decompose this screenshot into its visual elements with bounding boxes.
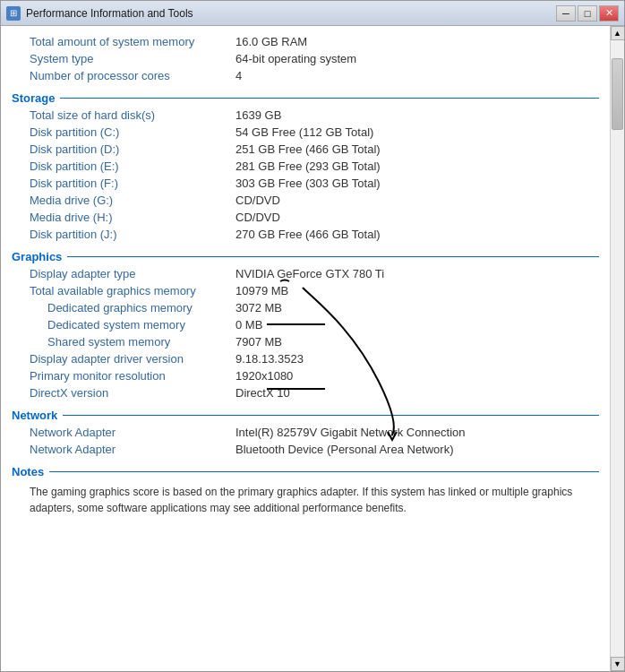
graphics-section: Display adapter type NVIDIA GeForce GTX … bbox=[12, 265, 599, 401]
window-icon: ⊞ bbox=[6, 6, 21, 21]
table-row: Disk partition (C:) 54 GB Free (112 GB T… bbox=[12, 124, 599, 141]
table-row: Disk partition (J:) 270 GB Free (466 GB … bbox=[12, 226, 599, 243]
network-adapter-2-value: Bluetooth Device (Personal Area Network) bbox=[235, 443, 599, 456]
row-label: Disk partition (C:) bbox=[12, 125, 235, 139]
row-label: Number of processor cores bbox=[12, 69, 235, 82]
table-row: Network Adapter Bluetooth Device (Person… bbox=[12, 441, 599, 458]
row-value: 9.18.13.3523 bbox=[235, 352, 599, 366]
row-label: Shared system memory bbox=[12, 335, 235, 349]
table-row: Total size of hard disk(s) 1639 GB bbox=[12, 107, 599, 124]
row-label: Disk partition (E:) bbox=[12, 159, 235, 173]
table-row: Display adapter driver version 9.18.13.3… bbox=[12, 350, 599, 367]
network-adapter-1-label: Network Adapter bbox=[12, 426, 235, 439]
table-row: Dedicated graphics memory 3072 MB bbox=[12, 299, 599, 316]
network-section: Network Adapter Intel(R) 82579V Gigabit … bbox=[12, 424, 599, 458]
row-value: 4 bbox=[235, 69, 599, 82]
row-value: 251 GB Free (466 GB Total) bbox=[235, 142, 599, 156]
row-value: CD/DVD bbox=[235, 194, 599, 207]
top-section: Total amount of system memory 16.0 GB RA… bbox=[12, 33, 599, 84]
scroll-down-button[interactable]: ▼ bbox=[611, 657, 625, 671]
row-value: 10979 MB bbox=[235, 284, 599, 297]
primary-monitor-resolution-value: 1920x1080 bbox=[235, 369, 599, 383]
row-value: 64-bit operating system bbox=[235, 52, 599, 65]
network-adapter-1-value: Intel(R) 82579V Gigabit Network Connecti… bbox=[235, 426, 599, 439]
network-section-header: Network bbox=[12, 409, 599, 422]
row-value: 303 GB Free (303 GB Total) bbox=[235, 177, 599, 190]
title-bar: ⊞ Performance Information and Tools ─ □ … bbox=[1, 1, 624, 26]
close-button[interactable]: ✕ bbox=[599, 5, 619, 22]
row-label: Media drive (G:) bbox=[12, 194, 235, 207]
row-value: CD/DVD bbox=[235, 211, 599, 224]
minimize-button[interactable]: ─ bbox=[556, 5, 576, 22]
row-value: 7907 MB bbox=[235, 335, 599, 349]
row-value: 3072 MB bbox=[235, 301, 599, 314]
table-row: Total amount of system memory 16.0 GB RA… bbox=[12, 33, 599, 50]
row-label: Dedicated system memory bbox=[12, 318, 235, 332]
table-row: Media drive (H:) CD/DVD bbox=[12, 209, 599, 226]
row-label: System type bbox=[12, 52, 235, 65]
table-row: System type 64-bit operating system bbox=[12, 50, 599, 67]
main-window: ⊞ Performance Information and Tools ─ □ … bbox=[0, 0, 625, 672]
row-label: Display adapter driver version bbox=[12, 352, 235, 366]
row-label: Disk partition (J:) bbox=[12, 228, 235, 241]
table-row: Shared system memory 7907 MB bbox=[12, 333, 599, 350]
table-row: Total available graphics memory 10979 MB bbox=[12, 282, 599, 299]
table-row: Dedicated system memory 0 MB bbox=[12, 316, 599, 333]
display-adapter-type-label: Display adapter type bbox=[12, 267, 235, 280]
display-adapter-type-value: NVIDIA GeForce GTX 780 Ti bbox=[235, 267, 599, 280]
row-value: 1639 GB bbox=[235, 108, 599, 122]
row-value: 0 MB bbox=[235, 318, 599, 332]
row-label: Disk partition (F:) bbox=[12, 177, 235, 190]
table-row: Media drive (G:) CD/DVD bbox=[12, 192, 599, 209]
row-label: Disk partition (D:) bbox=[12, 142, 235, 156]
row-label: Dedicated graphics memory bbox=[12, 301, 235, 314]
row-value: 270 GB Free (466 GB Total) bbox=[235, 228, 599, 241]
scrollbar[interactable]: ▲ ▼ bbox=[610, 26, 624, 671]
scroll-up-button[interactable]: ▲ bbox=[611, 26, 625, 40]
storage-section-header: Storage bbox=[12, 91, 599, 105]
table-row: Network Adapter Intel(R) 82579V Gigabit … bbox=[12, 424, 599, 441]
window-controls: ─ □ ✕ bbox=[556, 5, 619, 22]
row-label: Total amount of system memory bbox=[12, 35, 235, 48]
row-label: Media drive (H:) bbox=[12, 211, 235, 224]
scroll-content[interactable]: Total amount of system memory 16.0 GB RA… bbox=[1, 26, 610, 671]
primary-monitor-resolution-label: Primary monitor resolution bbox=[12, 369, 235, 383]
row-value: 16.0 GB RAM bbox=[235, 35, 599, 48]
storage-section: Total size of hard disk(s) 1639 GB Disk … bbox=[12, 107, 599, 243]
table-row: Disk partition (D:) 251 GB Free (466 GB … bbox=[12, 141, 599, 158]
table-row: Number of processor cores 4 bbox=[12, 67, 599, 84]
row-value: 54 GB Free (112 GB Total) bbox=[235, 125, 599, 139]
table-row: DirectX version DirectX 10 bbox=[12, 384, 599, 401]
notes-section-header: Notes bbox=[12, 465, 599, 478]
scrollbar-thumb[interactable] bbox=[612, 58, 623, 130]
table-row: Disk partition (E:) 281 GB Free (293 GB … bbox=[12, 158, 599, 175]
scrollbar-track[interactable] bbox=[611, 40, 624, 657]
row-label: Total available graphics memory bbox=[12, 284, 235, 297]
row-value: 281 GB Free (293 GB Total) bbox=[235, 159, 599, 173]
graphics-section-header: Graphics bbox=[12, 250, 599, 263]
row-value: DirectX 10 bbox=[235, 386, 599, 400]
table-row: Disk partition (F:) 303 GB Free (303 GB … bbox=[12, 175, 599, 192]
notes-text: The gaming graphics score is based on th… bbox=[12, 480, 599, 520]
maximize-button[interactable]: □ bbox=[578, 5, 597, 22]
notes-section: The gaming graphics score is based on th… bbox=[12, 480, 599, 520]
row-label: DirectX version bbox=[12, 386, 235, 400]
network-adapter-2-label: Network Adapter bbox=[12, 443, 235, 456]
row-label: Total size of hard disk(s) bbox=[12, 108, 235, 122]
window-title: Performance Information and Tools bbox=[26, 7, 556, 20]
table-row: Display adapter type NVIDIA GeForce GTX … bbox=[12, 265, 599, 282]
table-row: Primary monitor resolution 1920x1080 bbox=[12, 367, 599, 384]
content-area: Total amount of system memory 16.0 GB RA… bbox=[1, 26, 624, 671]
